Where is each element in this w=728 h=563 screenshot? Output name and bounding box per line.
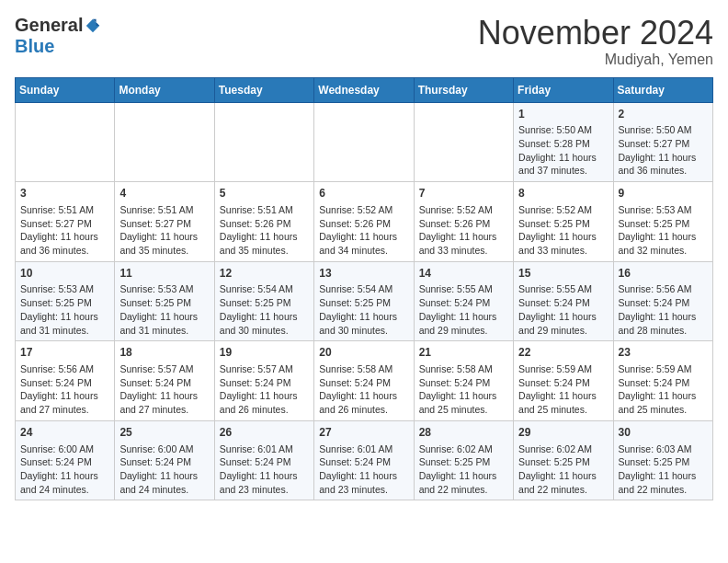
day-info: Sunrise: 5:53 AM [119, 282, 209, 296]
day-number: 8 [518, 186, 608, 201]
day-info: and 27 minutes. [119, 403, 209, 417]
day-info: and 24 minutes. [20, 483, 109, 497]
day-info: Sunrise: 5:50 AM [518, 123, 608, 137]
day-info: Sunset: 5:24 PM [119, 455, 209, 469]
day-cell [115, 102, 214, 182]
day-cell: 1Sunrise: 5:50 AMSunset: 5:28 PMDaylight… [514, 102, 613, 182]
day-info: Sunset: 5:27 PM [619, 137, 708, 151]
day-info: Sunset: 5:25 PM [119, 296, 209, 310]
day-info: Sunrise: 6:02 AM [518, 442, 608, 456]
page-container: General Blue November 2024 Mudiyah, Yeme… [0, 0, 728, 510]
day-info: Daylight: 11 hours [319, 389, 408, 403]
day-info: Daylight: 11 hours [119, 230, 209, 244]
day-info: Sunset: 5:26 PM [419, 217, 508, 231]
day-info: and 22 minutes. [419, 483, 508, 497]
header-cell-friday: Friday [514, 77, 613, 102]
day-info: Sunrise: 6:03 AM [619, 442, 708, 456]
day-info: Sunrise: 5:50 AM [619, 123, 708, 137]
day-cell [16, 102, 115, 182]
day-info: Sunset: 5:25 PM [619, 217, 708, 231]
day-info: Sunrise: 5:52 AM [419, 203, 508, 217]
day-info: and 24 minutes. [119, 483, 209, 497]
day-info: and 30 minutes. [319, 324, 408, 338]
day-number: 18 [119, 345, 209, 361]
day-cell: 26Sunrise: 6:01 AMSunset: 5:24 PMDayligh… [214, 420, 313, 500]
day-number: 21 [419, 345, 508, 361]
day-info: Sunset: 5:24 PM [20, 455, 109, 469]
day-number: 10 [20, 266, 109, 282]
day-cell: 2Sunrise: 5:50 AMSunset: 5:27 PMDaylight… [613, 102, 712, 182]
day-info: Sunset: 5:24 PM [619, 296, 708, 310]
day-info: Daylight: 11 hours [619, 230, 708, 244]
day-info: Daylight: 11 hours [20, 389, 109, 403]
day-info: Sunset: 5:24 PM [20, 376, 109, 390]
day-info: Daylight: 11 hours [319, 469, 408, 483]
day-info: Sunset: 5:24 PM [619, 376, 708, 390]
day-info: Sunrise: 5:56 AM [20, 362, 109, 376]
day-cell: 11Sunrise: 5:53 AMSunset: 5:25 PMDayligh… [115, 261, 214, 341]
day-cell: 9Sunrise: 5:53 AMSunset: 5:25 PMDaylight… [613, 182, 712, 262]
day-info: Sunrise: 5:56 AM [619, 282, 708, 296]
day-info: Sunset: 5:24 PM [220, 376, 309, 390]
month-title: November 2024 [478, 15, 713, 52]
day-info: Daylight: 11 hours [619, 389, 708, 403]
day-info: Daylight: 11 hours [319, 310, 408, 324]
day-info: Sunrise: 6:02 AM [419, 442, 508, 456]
day-info: Sunset: 5:26 PM [319, 217, 408, 231]
day-number: 14 [419, 266, 508, 282]
day-info: and 33 minutes. [419, 244, 508, 258]
logo: General Blue [15, 15, 101, 57]
day-info: Daylight: 11 hours [220, 389, 309, 403]
day-info: and 29 minutes. [518, 324, 608, 338]
day-info: Sunset: 5:24 PM [419, 376, 508, 390]
day-info: Daylight: 11 hours [20, 310, 109, 324]
day-cell: 23Sunrise: 5:59 AMSunset: 5:24 PMDayligh… [613, 341, 712, 421]
day-info: Sunrise: 6:00 AM [119, 442, 209, 456]
day-info: Sunrise: 5:51 AM [220, 203, 309, 217]
header-cell-saturday: Saturday [613, 77, 712, 102]
logo-blue-text: Blue [15, 36, 54, 56]
day-info: Sunset: 5:28 PM [518, 137, 608, 151]
day-cell [414, 102, 513, 182]
day-info: Sunrise: 5:54 AM [319, 282, 408, 296]
day-info: Daylight: 11 hours [119, 389, 209, 403]
day-info: Daylight: 11 hours [419, 310, 508, 324]
day-cell: 27Sunrise: 6:01 AMSunset: 5:24 PMDayligh… [314, 420, 414, 500]
day-info: Daylight: 11 hours [220, 310, 309, 324]
day-info: Daylight: 11 hours [518, 151, 608, 165]
day-info: Daylight: 11 hours [518, 389, 608, 403]
day-number: 1 [518, 107, 608, 122]
day-info: and 25 minutes. [419, 403, 508, 417]
day-info: Daylight: 11 hours [220, 230, 309, 244]
day-info: and 28 minutes. [619, 324, 708, 338]
calendar-table: SundayMondayTuesdayWednesdayThursdayFrid… [15, 77, 713, 501]
day-cell: 14Sunrise: 5:55 AMSunset: 5:24 PMDayligh… [414, 261, 513, 341]
day-number: 30 [619, 425, 708, 441]
day-number: 6 [319, 186, 408, 201]
header-cell-monday: Monday [115, 77, 214, 102]
day-cell: 5Sunrise: 5:51 AMSunset: 5:26 PMDaylight… [214, 182, 313, 262]
day-info: Sunrise: 5:58 AM [319, 362, 408, 376]
week-row-3: 10Sunrise: 5:53 AMSunset: 5:25 PMDayligh… [16, 261, 713, 341]
day-info: Sunset: 5:25 PM [518, 455, 608, 469]
day-info: and 32 minutes. [619, 244, 708, 258]
day-info: Daylight: 11 hours [419, 469, 508, 483]
day-info: Daylight: 11 hours [20, 469, 109, 483]
day-info: and 35 minutes. [220, 244, 309, 258]
location: Mudiyah, Yemen [478, 52, 713, 68]
day-number: 22 [518, 345, 608, 361]
day-info: Sunrise: 5:55 AM [419, 282, 508, 296]
day-info: and 36 minutes. [619, 164, 708, 178]
day-number: 3 [20, 186, 109, 201]
day-info: Sunset: 5:25 PM [619, 455, 708, 469]
day-cell: 28Sunrise: 6:02 AMSunset: 5:25 PMDayligh… [414, 420, 513, 500]
day-number: 2 [619, 107, 708, 122]
day-info: and 23 minutes. [220, 483, 309, 497]
day-info: Daylight: 11 hours [20, 230, 109, 244]
day-info: and 31 minutes. [119, 324, 209, 338]
day-number: 25 [119, 425, 209, 441]
day-info: and 35 minutes. [119, 244, 209, 258]
day-number: 15 [518, 266, 608, 282]
day-number: 23 [619, 345, 708, 361]
day-info: and 33 minutes. [518, 244, 608, 258]
